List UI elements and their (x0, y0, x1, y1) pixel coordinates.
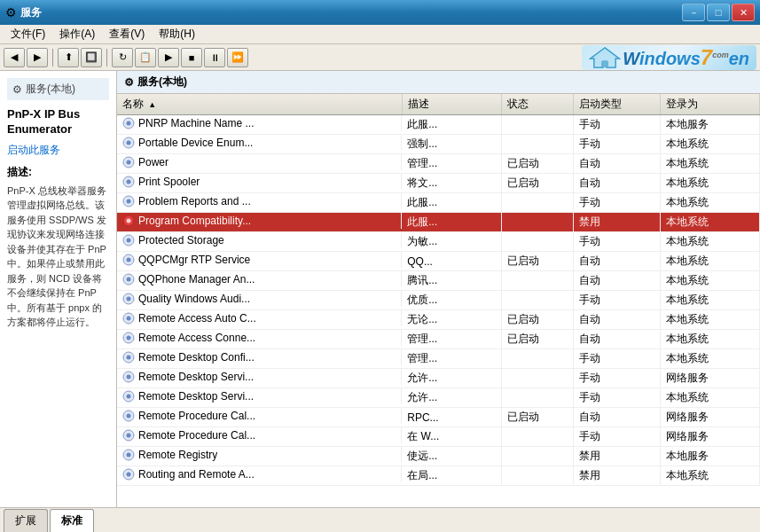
col-status[interactable]: 状态 (502, 94, 573, 115)
table-row[interactable]: Remote Procedure Cal...RPC...已启动自动网络服务 (117, 408, 760, 427)
service-icon (122, 468, 135, 481)
table-row[interactable]: Remote Desktop Servi...允许...手动网络服务 (117, 369, 760, 388)
svg-point-38 (127, 453, 131, 458)
service-startup-cell: 手动 (573, 388, 660, 408)
service-icon (122, 293, 135, 305)
menu-action[interactable]: 操作(A) (52, 25, 102, 43)
start-service-link[interactable]: 启动此服务 (7, 143, 109, 158)
table-row[interactable]: Quality Windows Audi...优质...手动本地系统 (117, 291, 760, 310)
refresh-button[interactable]: ↻ (112, 48, 133, 67)
service-desc-cell: 管理... (402, 330, 501, 349)
svg-point-34 (127, 414, 131, 419)
table-row[interactable]: Protected Storage为敏...手动本地系统 (117, 232, 760, 252)
svg-point-20 (127, 278, 131, 282)
toolbar-btn-4[interactable]: ■ (181, 48, 202, 67)
service-status-cell (502, 213, 573, 232)
menu-file[interactable]: 文件(F) (4, 25, 52, 43)
table-row[interactable]: Remote Procedure Cal...在 W...手动网络服务 (117, 427, 760, 447)
table-row[interactable]: Problem Reports and ...此服...手动本地系统 (117, 193, 760, 213)
export-button[interactable]: 📋 (135, 48, 156, 67)
service-login-cell: 本地系统 (660, 291, 759, 310)
service-name-text: Program Compatibility... (138, 215, 251, 227)
minimize-button[interactable]: － (682, 4, 705, 21)
toolbar: ◀ ▶ ⬆ 🔲 ↻ 📋 ▶ ■ ⏸ ⏩ Windows7comen (0, 44, 760, 71)
service-login-cell: 网络服务 (660, 427, 759, 447)
menu-help[interactable]: 帮助(H) (152, 25, 202, 43)
show-hide-button[interactable]: 🔲 (81, 48, 102, 67)
service-name-text: Remote Desktop Servi... (138, 371, 254, 383)
table-row[interactable]: Print Spooler将文...已启动自动本地系统 (117, 174, 760, 193)
service-name-cell: Print Spooler (117, 174, 402, 190)
service-login-cell: 网络服务 (660, 369, 759, 388)
service-startup-cell: 自动 (573, 174, 660, 193)
toolbar-btn-6[interactable]: ⏩ (227, 48, 248, 67)
svg-point-36 (127, 434, 131, 438)
service-name-text: Print Spooler (138, 176, 200, 188)
service-login-cell: 本地系统 (660, 154, 759, 174)
services-table[interactable]: 名称 ▲ 描述 状态 启动类型 登录为 PNRP Machine Name ..… (117, 94, 760, 507)
service-startup-cell: 禁用 (573, 213, 660, 232)
service-name-text: Routing and Remote A... (138, 468, 255, 481)
svg-point-8 (127, 160, 131, 165)
col-login[interactable]: 登录为 (660, 94, 759, 115)
table-row[interactable]: Power管理...已启动自动本地系统 (117, 154, 760, 174)
service-status-cell (502, 466, 573, 486)
service-name-cell: Problem Reports and ... (117, 193, 402, 209)
service-desc-cell: 允许... (402, 388, 501, 408)
service-status-cell (502, 193, 573, 213)
service-login-cell: 本地系统 (660, 193, 759, 213)
toolbar-btn-5[interactable]: ⏸ (204, 48, 225, 67)
table-row[interactable]: Program Compatibility...此服...禁用本地系统 (117, 213, 760, 232)
tab-standard[interactable]: 标准 (50, 509, 94, 532)
service-status-cell (502, 232, 573, 252)
service-startup-cell: 自动 (573, 271, 660, 291)
svg-point-40 (127, 473, 131, 477)
service-desc-cell: 腾讯... (402, 271, 501, 291)
service-startup-cell: 手动 (573, 291, 660, 310)
table-row[interactable]: QQPhone Manager An...腾讯...自动本地系统 (117, 271, 760, 291)
tab-extended[interactable]: 扩展 (4, 509, 48, 532)
col-startup[interactable]: 启动类型 (573, 94, 660, 115)
table-row[interactable]: Routing and Remote A...在局...禁用本地系统 (117, 466, 760, 486)
window-icon: ⚙ (5, 5, 17, 20)
service-name-cell: Remote Procedure Cal... (117, 408, 402, 424)
service-status-cell: 已启动 (502, 174, 573, 193)
toolbar-separator-2 (106, 49, 107, 66)
service-desc-cell: 在局... (402, 466, 501, 486)
service-name-text: PNRP Machine Name ... (138, 117, 255, 129)
service-startup-cell: 手动 (573, 115, 660, 135)
service-startup-cell: 自动 (573, 154, 660, 174)
service-name-text: Remote Desktop Confi... (138, 351, 255, 364)
service-icon (122, 429, 135, 442)
forward-button[interactable]: ▶ (27, 48, 48, 67)
service-name-cell: Remote Procedure Cal... (117, 427, 402, 443)
maximize-button[interactable]: □ (707, 4, 730, 21)
service-status-cell (502, 427, 573, 447)
table-row[interactable]: Remote Desktop Confi...管理...手动本地系统 (117, 349, 760, 369)
table-row[interactable]: Remote Access Auto C...无论...已启动自动本地系统 (117, 310, 760, 330)
table-row[interactable]: Remote Access Conne...管理...已启动自动本地系统 (117, 330, 760, 349)
service-startup-cell: 自动 (573, 252, 660, 271)
col-desc[interactable]: 描述 (402, 94, 501, 115)
service-icon (122, 273, 135, 286)
service-status-cell (502, 349, 573, 369)
service-icon (122, 215, 135, 227)
table-row[interactable]: Remote Registry使远...禁用本地服务 (117, 447, 760, 466)
col-name[interactable]: 名称 ▲ (117, 94, 402, 115)
toolbar-btn-3[interactable]: ▶ (158, 48, 179, 67)
table-row[interactable]: PNRP Machine Name ...此服...手动本地服务 (117, 115, 760, 135)
service-status-cell (502, 447, 573, 466)
menu-view[interactable]: 查看(V) (102, 25, 152, 43)
table-row[interactable]: Portable Device Enum...强制...手动本地系统 (117, 135, 760, 154)
service-icon (122, 332, 135, 344)
table-header-row: 名称 ▲ 描述 状态 启动类型 登录为 (117, 94, 760, 115)
service-desc-cell: 此服... (402, 213, 501, 232)
right-header-title: 服务(本地) (137, 74, 187, 90)
service-desc-cell: 使远... (402, 447, 501, 466)
service-startup-cell: 自动 (573, 408, 660, 427)
back-button[interactable]: ◀ (4, 48, 25, 67)
close-button[interactable]: ✕ (732, 4, 755, 21)
table-row[interactable]: Remote Desktop Servi...允许...手动本地系统 (117, 388, 760, 408)
up-button[interactable]: ⬆ (58, 48, 79, 67)
table-row[interactable]: QQPCMgr RTP ServiceQQ...已启动自动本地系统 (117, 252, 760, 271)
